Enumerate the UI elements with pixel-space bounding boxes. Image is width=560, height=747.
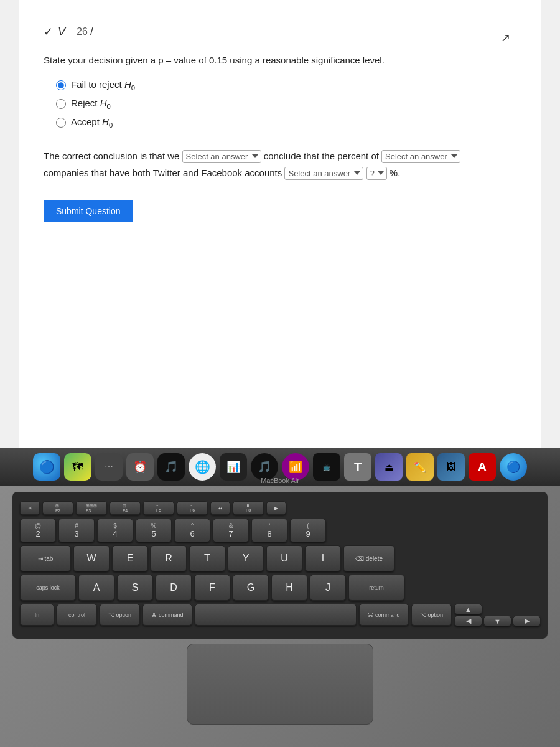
- select-answer-2[interactable]: Select an answer all sampled: [381, 150, 460, 163]
- key-g[interactable]: G: [233, 575, 269, 601]
- key-delete[interactable]: ⌫ delete: [343, 545, 394, 571]
- question-title: State your decision given a p – value of…: [44, 54, 516, 68]
- key-d[interactable]: D: [156, 575, 192, 601]
- key-h[interactable]: H: [271, 575, 307, 601]
- key-arrow-up[interactable]: ▲: [454, 604, 482, 614]
- fn-row: ☀ ⊞F2 ⊞⊞⊞F3 ⊡F4 ··F5 ··F6 ⏮ ⏸F8: [20, 501, 540, 515]
- submit-question-button[interactable]: Submit Question: [44, 200, 133, 222]
- key-f[interactable]: F: [194, 575, 230, 601]
- fraction-sep: [68, 26, 74, 39]
- dock-acrobat-icon[interactable]: A: [469, 453, 496, 481]
- key-6[interactable]: ^ 6: [174, 519, 210, 542]
- conclusion-prefix: The correct conclusion is that we: [44, 151, 182, 161]
- screen: ✓ V 26 / State your decision given a p –…: [0, 0, 560, 448]
- radio-group: Fail to reject H0 Reject H0 Accept H0: [56, 79, 516, 129]
- key-option-left[interactable]: ⌥ option: [100, 604, 140, 626]
- key-brightness-icon[interactable]: ☀: [20, 501, 40, 515]
- key-r[interactable]: R: [151, 545, 187, 571]
- fraction-v: V: [58, 26, 65, 39]
- cursor-icon: ↗: [501, 31, 510, 45]
- fraction-number: 26: [77, 26, 88, 37]
- macbook-label: MacBook Air: [261, 477, 299, 484]
- key-arrow-left[interactable]: ◀: [454, 616, 482, 626]
- keyboard-area: ☀ ⊞F2 ⊞⊞⊞F3 ⊡F4 ··F5 ··F6 ⏮ ⏸F8: [0, 486, 560, 747]
- conclusion-part2: companies that have both Twitter and Fac…: [44, 167, 284, 178]
- dock-export-icon[interactable]: ⏏: [375, 453, 403, 481]
- letter-row-asdf: caps lock A S D F G H J: [20, 575, 540, 601]
- content-area: ✓ V 26 / State your decision given a p –…: [19, 0, 541, 448]
- dock-pencil-icon[interactable]: ✏️: [406, 453, 434, 481]
- radio-accept[interactable]: [56, 118, 66, 128]
- select-answer-3[interactable]: Select an answer is is not: [284, 167, 363, 180]
- fraction-area: ✓ V 26 /: [44, 19, 516, 39]
- key-f3[interactable]: ⊞⊞⊞F3: [76, 501, 107, 515]
- radio-option-fail[interactable]: Fail to reject H0: [56, 79, 516, 92]
- key-a[interactable]: A: [78, 575, 114, 601]
- radio-fail[interactable]: [56, 80, 66, 90]
- key-f9[interactable]: ▶: [266, 501, 286, 515]
- dock-chrome-icon[interactable]: 🌐: [189, 453, 216, 481]
- key-f6[interactable]: ··F6: [177, 501, 208, 515]
- key-tab[interactable]: ⇥ tab: [20, 545, 71, 571]
- key-cmd-left[interactable]: ⌘ command: [142, 604, 192, 626]
- conclusion-section: The correct conclusion is that we Select…: [44, 148, 516, 181]
- num-row: @ 2 # 3 $ 4 % 5 ^ 6 & 7: [20, 519, 540, 542]
- key-f4[interactable]: ⊡F4: [110, 501, 141, 515]
- select-question-mark[interactable]: ? < > =: [366, 167, 387, 180]
- key-u[interactable]: U: [266, 545, 302, 571]
- radio-option-reject[interactable]: Reject H0: [56, 98, 516, 110]
- key-w[interactable]: W: [73, 545, 110, 571]
- key-2[interactable]: @ 2: [20, 519, 56, 542]
- dock-text-icon[interactable]: T: [344, 453, 371, 481]
- select-answer-1[interactable]: Select an answer can cannot: [182, 150, 261, 163]
- dock-finder-icon[interactable]: 🔵: [33, 453, 60, 481]
- key-caps-lock[interactable]: caps lock: [20, 575, 76, 601]
- dock-dots-icon[interactable]: ⋯: [95, 453, 123, 481]
- bottom-row: fn control ⌥ option ⌘ command ⌘ command …: [20, 604, 540, 626]
- key-cmd-right[interactable]: ⌘ command: [359, 604, 409, 626]
- fraction-slash: /: [90, 26, 93, 39]
- dock-clock-icon[interactable]: ⏰: [126, 453, 154, 481]
- key-f7-rewind[interactable]: ⏮: [210, 501, 230, 515]
- dock-photo-icon[interactable]: 🖼: [437, 453, 465, 481]
- key-4[interactable]: $ 4: [97, 519, 133, 542]
- keyboard-bezel: ☀ ⊞F2 ⊞⊞⊞F3 ⊡F4 ··F5 ··F6 ⏮ ⏸F8: [12, 492, 548, 639]
- dock-bar: 🔵 🗺 ⋯ ⏰ 🎵 🌐 📊 🎵 📶: [0, 448, 560, 486]
- key-t[interactable]: T: [189, 545, 225, 571]
- key-y[interactable]: Y: [228, 545, 264, 571]
- key-option-right[interactable]: ⌥ option: [411, 604, 452, 626]
- key-5[interactable]: % 5: [136, 519, 172, 542]
- key-s[interactable]: S: [117, 575, 153, 601]
- key-f5[interactable]: ··F5: [143, 501, 174, 515]
- key-space[interactable]: [195, 604, 357, 626]
- radio-option-accept[interactable]: Accept H0: [56, 116, 516, 129]
- question-section: State your decision given a p – value of…: [44, 54, 516, 222]
- dock-stats-icon[interactable]: 📊: [220, 453, 247, 481]
- arrow-key-group: ▲ ◀ ▼ ▶: [454, 604, 541, 626]
- radio-accept-label: Accept H0: [71, 116, 113, 129]
- dock-maps-icon[interactable]: 🗺: [64, 453, 91, 481]
- key-9[interactable]: ( 9: [290, 519, 326, 542]
- dock-appletv-icon[interactable]: 📺: [313, 453, 340, 481]
- radio-reject-label: Reject H0: [71, 98, 111, 110]
- check-symbol: ✓: [44, 25, 53, 39]
- key-j[interactable]: J: [310, 575, 346, 601]
- key-arrow-right[interactable]: ▶: [513, 616, 541, 626]
- key-f8[interactable]: ⏸F8: [233, 501, 264, 515]
- key-3[interactable]: # 3: [58, 519, 95, 542]
- key-arrow-down[interactable]: ▼: [483, 616, 511, 626]
- conclusion-text: The correct conclusion is that we Select…: [44, 148, 516, 181]
- key-e[interactable]: E: [112, 545, 148, 571]
- key-i[interactable]: I: [305, 545, 341, 571]
- key-ctrl[interactable]: control: [57, 604, 97, 626]
- key-return[interactable]: return: [348, 575, 404, 601]
- trackpad[interactable]: [187, 644, 373, 725]
- key-fn-bottom[interactable]: fn: [20, 604, 54, 626]
- dock-music-icon[interactable]: 🎵: [157, 453, 185, 481]
- percent-sign: %.: [390, 167, 401, 178]
- key-8[interactable]: * 8: [251, 519, 287, 542]
- dock-finder2-icon[interactable]: 🔵: [500, 453, 527, 481]
- radio-reject[interactable]: [56, 99, 66, 109]
- key-f2[interactable]: ⊞F2: [42, 501, 73, 515]
- key-7[interactable]: & 7: [213, 519, 249, 542]
